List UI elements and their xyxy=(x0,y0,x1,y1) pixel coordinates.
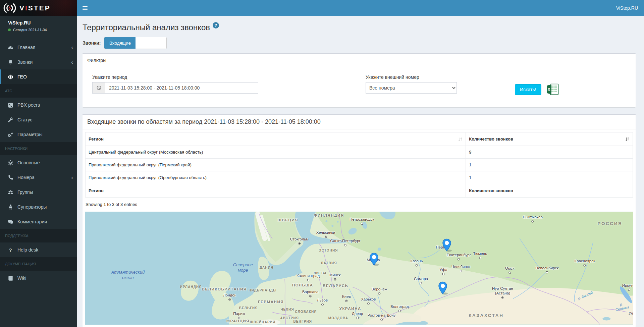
regions-table: Регион Количество звонков xyxy=(85,132,633,198)
results-box-body: Регион Количество звонков xyxy=(83,129,636,327)
search-button[interactable]: Искать! xyxy=(515,84,541,95)
content: Территориальный анализ звонков ? Звонки:… xyxy=(77,16,644,327)
gear-icon xyxy=(7,159,14,166)
pin-icon xyxy=(442,238,451,252)
sidebar-item-label: PBX peers xyxy=(17,102,40,108)
sidebar-item[interactable]: PBX peers xyxy=(0,98,77,112)
help-icon[interactable]: ? xyxy=(213,22,219,29)
sidebar-item[interactable]: Звонки ‹ xyxy=(0,55,77,69)
external-number-select[interactable]: Все номера xyxy=(366,82,457,94)
sidebar-item[interactable]: ? Help desk xyxy=(0,242,77,257)
sidebar-item[interactable]: АТС xyxy=(0,84,77,98)
calls-toggle-label: Звонки: xyxy=(83,40,101,46)
map-marker-pin-3[interactable] xyxy=(438,281,447,295)
map-marker-pin-2[interactable] xyxy=(442,238,451,252)
sidebar-item[interactable]: ГЕО xyxy=(0,69,77,84)
sidebar-item[interactable]: ПОДДЕРЖКА xyxy=(0,229,77,242)
period-filter: Укажите период xyxy=(92,74,258,94)
sidebar-item-label: АТС xyxy=(5,89,12,93)
svg-text:X: X xyxy=(547,87,550,92)
pin-icon xyxy=(369,253,379,266)
chevron-left-icon: ‹ xyxy=(71,59,73,65)
table-row: Приволжский федеральный округ (Оренбургс… xyxy=(86,171,633,184)
sidebar-item-label: Основные xyxy=(17,160,40,165)
filters-box-body: Укажите период Укажите внешний номер Все… xyxy=(83,67,636,107)
sidebar-item[interactable]: Главная ‹ xyxy=(0,40,77,55)
today-date: Сегодня 2021-11-04 xyxy=(13,28,47,32)
sidebar-item-label: ГЕО xyxy=(17,74,27,79)
sidebar-item[interactable]: Статус xyxy=(0,112,77,127)
toggle-handle[interactable] xyxy=(136,37,166,49)
book-icon xyxy=(7,275,14,281)
user-status: Сегодня 2021-11-04 xyxy=(8,28,73,32)
sidebar: VISTEP ViStep.RU Сегодня 2021-11-04 Глав… xyxy=(0,0,77,327)
sidebar-item-label: Звонки xyxy=(17,59,33,65)
period-input[interactable] xyxy=(105,82,258,94)
sidebar-item-label: Параметры xyxy=(17,132,43,137)
table-info: Showing 1 to 3 of 3 entries xyxy=(86,202,633,207)
sidebar-item-label: Статус xyxy=(17,117,32,122)
main-area: ViStep.RU Территориальный анализ звонков… xyxy=(77,0,644,327)
sidebar-item-label: Супервизоры xyxy=(17,204,47,210)
sort-desc-icon xyxy=(625,137,630,142)
sidebar-item-label: ДОКУМЕНТАЦИЯ xyxy=(5,262,36,266)
sort-both-icon xyxy=(458,137,463,142)
phone-square-icon xyxy=(7,102,14,108)
column-header-region[interactable]: Регион xyxy=(86,132,466,146)
sidebar-item-label: НАСТРОЙКИ xyxy=(5,147,28,151)
external-number-filter: Укажите внешний номер Все номера xyxy=(366,74,457,94)
sidebar-item[interactable]: Основные xyxy=(0,155,77,170)
user-icon xyxy=(7,204,14,210)
sidebar-item[interactable]: Группы xyxy=(0,185,77,200)
vistep-logo-icon xyxy=(3,1,17,15)
table-footer-row: Регион Количество звонков xyxy=(86,184,633,198)
count-cell: 1 xyxy=(466,159,633,171)
sidebar-item[interactable]: Комментарии xyxy=(0,214,77,229)
calls-direction-row: Звонки: Входящие xyxy=(83,37,636,49)
external-number-label: Укажите внешний номер xyxy=(366,74,457,80)
chevron-left-icon: ‹ xyxy=(71,175,73,180)
page-title: Территориальный анализ звонков ? xyxy=(83,23,636,32)
logo-text: VISTEP xyxy=(19,4,51,12)
phone-icon xyxy=(7,174,14,181)
sidebar-item[interactable]: Wiki xyxy=(0,271,77,285)
brand-logo[interactable]: VISTEP xyxy=(0,0,77,16)
comments-icon xyxy=(7,218,14,225)
sidebar-item[interactable]: Номера ‹ xyxy=(0,170,77,185)
user-name: ViStep.RU xyxy=(8,20,73,25)
users-icon xyxy=(7,189,14,196)
sidebar-item-label: Группы xyxy=(17,189,33,195)
sidebar-item[interactable]: ДОКУМЕНТАЦИЯ xyxy=(0,257,77,271)
sidebar-item-label: Wiki xyxy=(17,275,26,281)
sidebar-item-label: ПОДДЕРЖКА xyxy=(5,234,29,238)
toggle-active-option[interactable]: Входящие xyxy=(104,37,136,49)
hamburger-menu-icon[interactable] xyxy=(77,0,93,16)
map[interactable]: ФИНЛЯНДИЯ ШВЕЦИЯ РОССИЯ ЭСТОНИЯ xyxy=(85,212,633,325)
results-box-title: Входящие звонки по областям за период 20… xyxy=(83,115,636,129)
count-cell: 9 xyxy=(466,146,633,159)
map-marker-pin-1[interactable] xyxy=(369,253,379,266)
dashboard-icon xyxy=(7,44,14,51)
region-cell: Приволжский федеральный округ (Пермский … xyxy=(86,159,466,171)
calls-direction-toggle[interactable]: Входящие xyxy=(104,37,167,49)
column-header-count[interactable]: Количество звонков xyxy=(466,132,633,146)
topbar: ViStep.RU xyxy=(77,0,644,16)
topbar-brand-link[interactable]: ViStep.RU xyxy=(616,5,644,11)
sidebar-menu: Главная ‹ Звонки ‹ ГЕО АТС PBX peers xyxy=(0,40,77,285)
clock-icon xyxy=(92,82,105,94)
online-status-icon xyxy=(8,29,11,31)
sidebar-item[interactable]: НАСТРОЙКИ xyxy=(0,142,77,155)
sidebar-item-label: Главная xyxy=(17,45,35,50)
period-label: Укажите период xyxy=(92,74,258,80)
excel-export-icon[interactable]: X xyxy=(546,84,559,95)
sidebar-item[interactable]: Параметры xyxy=(0,127,77,142)
region-cell: Приволжский федеральный округ (Оренбургс… xyxy=(86,171,466,184)
table-header-row: Регион Количество звонков xyxy=(86,132,633,146)
region-cell: Центральный федеральный округ (Московска… xyxy=(86,146,466,159)
table-row: Приволжский федеральный округ (Пермский … xyxy=(86,159,633,171)
count-cell: 1 xyxy=(466,171,633,184)
sidebar-item-label: Комментарии xyxy=(17,219,47,224)
sidebar-item[interactable]: Супервизоры xyxy=(0,200,77,214)
filter-actions: Искать! X xyxy=(515,84,559,95)
user-panel: ViStep.RU Сегодня 2021-11-04 xyxy=(0,16,77,37)
